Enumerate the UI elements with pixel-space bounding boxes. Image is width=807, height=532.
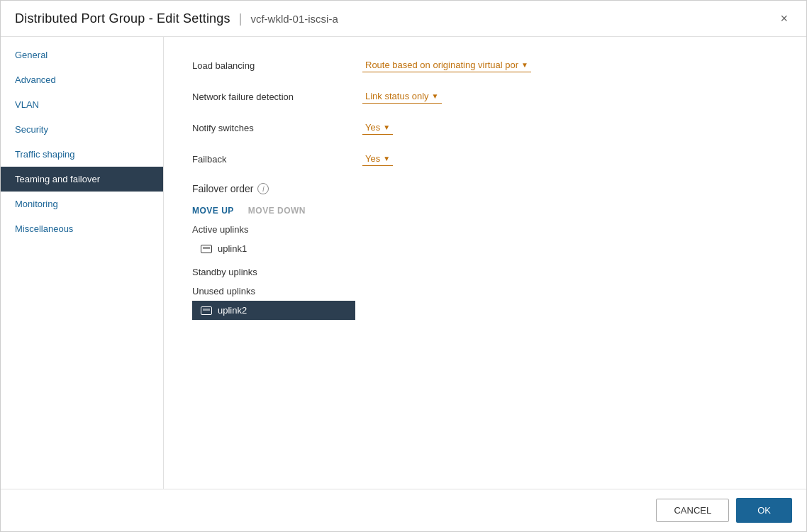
- network-failure-dropdown[interactable]: Link status only ▼: [362, 89, 442, 104]
- move-down-button[interactable]: MOVE DOWN: [248, 206, 306, 216]
- info-icon[interactable]: i: [257, 183, 269, 194]
- sidebar-item-vlan[interactable]: VLAN: [1, 92, 163, 117]
- sidebar-item-advanced[interactable]: Advanced: [1, 67, 163, 92]
- dialog-body: GeneralAdvancedVLANSecurityTraffic shapi…: [1, 37, 806, 489]
- notify-switches-dropdown[interactable]: Yes ▼: [362, 121, 393, 135]
- sidebar-item-general[interactable]: General: [1, 43, 163, 67]
- failover-order-title: Failover order i: [192, 183, 778, 194]
- uplink-icon: [201, 245, 212, 253]
- failback-dropdown[interactable]: Yes ▼: [362, 152, 393, 166]
- dialog-footer: CANCEL OK: [1, 489, 806, 531]
- chevron-down-icon: ▼: [383, 155, 390, 162]
- failback-label: Failback: [192, 154, 362, 165]
- failover-order-section: Failover order i MOVE UP MOVE DOWN Activ…: [192, 183, 778, 320]
- standby-uplinks-label: Standby uplinks: [192, 267, 778, 277]
- actions-row: MOVE UP MOVE DOWN: [192, 206, 778, 216]
- dialog-title: Distributed Port Group - Edit Settings: [15, 11, 230, 26]
- dialog-subtitle: vcf-wkld-01-iscsi-a: [250, 13, 338, 25]
- move-up-button[interactable]: MOVE UP: [192, 206, 234, 216]
- form-row-network-failure: Network failure detectionLink status onl…: [192, 89, 778, 104]
- notify-switches-label: Notify switches: [192, 123, 362, 133]
- main-content: Load balancingRoute based on originating…: [164, 37, 806, 489]
- sidebar-item-traffic-shaping[interactable]: Traffic shaping: [1, 142, 163, 167]
- active-uplinks-label: Active uplinks: [192, 224, 778, 235]
- chevron-down-icon: ▼: [383, 123, 390, 131]
- dialog: Distributed Port Group - Edit Settings |…: [0, 0, 807, 532]
- uplink-item-uplink2[interactable]: uplink2: [192, 301, 355, 320]
- sidebar-item-security[interactable]: Security: [1, 117, 163, 142]
- dialog-separator: |: [239, 11, 243, 26]
- form-row-load-balancing: Load balancingRoute based on originating…: [192, 58, 778, 72]
- dialog-header: Distributed Port Group - Edit Settings |…: [1, 1, 806, 37]
- chevron-down-icon: ▼: [521, 61, 528, 69]
- sidebar-item-teaming-failover[interactable]: Teaming and failover: [1, 167, 163, 192]
- form-row-failback: FailbackYes ▼: [192, 152, 778, 166]
- load-balancing-label: Load balancing: [192, 60, 362, 71]
- uplink-icon: [201, 306, 212, 315]
- network-failure-label: Network failure detection: [192, 92, 362, 102]
- sidebar: GeneralAdvancedVLANSecurityTraffic shapi…: [1, 37, 164, 489]
- cancel-button[interactable]: CANCEL: [656, 499, 729, 522]
- form-row-notify-switches: Notify switchesYes ▼: [192, 121, 778, 135]
- chevron-down-icon: ▼: [432, 92, 439, 100]
- unused-uplinks-label: Unused uplinks: [192, 286, 778, 297]
- uplink-item-uplink1[interactable]: uplink1: [192, 239, 778, 258]
- close-button[interactable]: ×: [776, 11, 792, 26]
- ok-button[interactable]: OK: [736, 498, 792, 523]
- load-balancing-dropdown[interactable]: Route based on originating virtual por ▼: [362, 58, 531, 72]
- sidebar-item-monitoring[interactable]: Monitoring: [1, 192, 163, 216]
- sidebar-item-miscellaneous[interactable]: Miscellaneous: [1, 216, 163, 241]
